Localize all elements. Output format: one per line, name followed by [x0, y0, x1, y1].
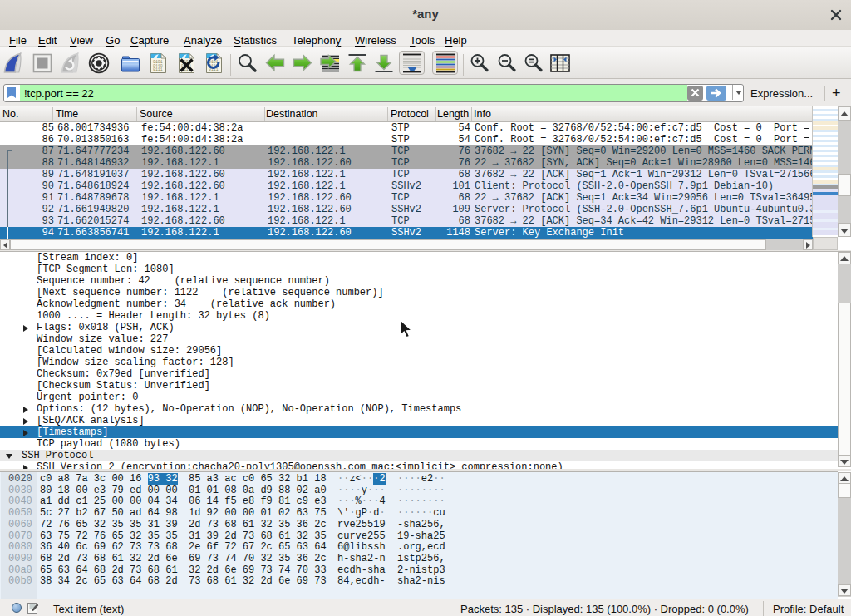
svg-text:0111: 0111 — [153, 67, 163, 71]
